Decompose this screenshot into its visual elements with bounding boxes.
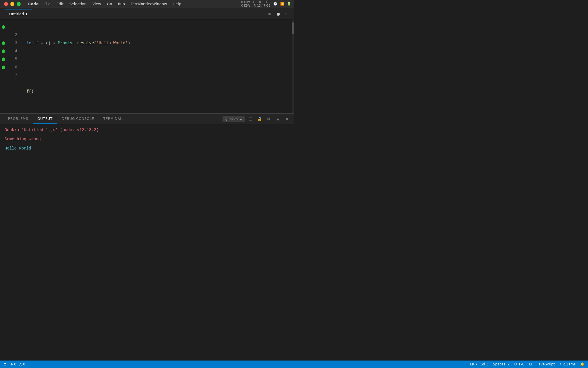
split-editor-icon[interactable]: ⊞ [267, 11, 272, 16]
menu-item-code[interactable]: Code [26, 1, 41, 7]
panel-dropdown-value: Quokka [225, 117, 238, 121]
bp-2[interactable] [0, 31, 7, 39]
bp-1[interactable] [0, 23, 7, 31]
scroll-up-icon[interactable]: ∧ [274, 116, 281, 122]
menu-item-view[interactable]: View [90, 1, 103, 7]
memory-info: U: 18.53 GB F: 13.47 GB [253, 1, 270, 7]
code-line-2 [26, 63, 294, 71]
editor-header: Untitled-1 ⊞ ● ··· [0, 8, 294, 20]
editor-scrollbar[interactable] [292, 20, 294, 113]
menu-item-help[interactable]: Help [171, 1, 184, 7]
menu-item-run[interactable]: Run [115, 1, 127, 7]
minimize-button[interactable] [10, 2, 14, 6]
editor-tab[interactable]: Untitled-1 [5, 9, 32, 18]
panel-tabs: PROBLEMS OUTPUT DEBUG CONSOLE TERMINAL Q… [0, 114, 294, 124]
close-button[interactable] [4, 2, 8, 6]
tab-output[interactable]: OUTPUT [33, 114, 57, 124]
window-title: Untitled-1 [138, 2, 156, 6]
lock-scroll-icon[interactable]: 🔒 [256, 116, 263, 122]
sys-info: 0 KB/s 0 KB/s [241, 1, 250, 7]
battery-icon: 🔋 [287, 2, 291, 6]
menu-item-go[interactable]: Go [105, 1, 114, 7]
panel: PROBLEMS OUTPUT DEBUG CONSOLE TERMINAL Q… [0, 113, 294, 177]
code-line-3: f() [26, 87, 294, 95]
line-numbers: 1 2 3 4 5 6 7 [7, 20, 24, 113]
editor-area: 1 2 3 4 5 6 7 let f = () ⇒ Promise.resol… [0, 20, 294, 113]
tab-debug-console[interactable]: DEBUG CONSOLE [57, 114, 99, 124]
code-line-4: .then(x ⇒ console.log(x)) [26, 112, 294, 113]
titlebar: Code File Edit Selection View Go Run Ter… [0, 0, 294, 8]
clear-output-icon[interactable]: ☰ [247, 116, 254, 122]
panel-content[interactable]: Quokka 'Untitled-1.js' (node: v12.18.2) … [0, 124, 294, 177]
output-line-hello: Hello World [5, 146, 289, 151]
copy-icon[interactable]: ⧉ [265, 116, 272, 122]
bp-6[interactable] [0, 63, 7, 71]
menu-item-selection[interactable]: Selection [67, 1, 89, 7]
unsaved-dot: ● [276, 11, 281, 16]
output-line-error: Something wrong [5, 137, 289, 141]
panel-tab-actions: Quokka ⌄ ☰ 🔒 ⧉ ∧ ✕ [223, 116, 291, 122]
panel-dropdown[interactable]: Quokka ⌄ [223, 116, 245, 122]
maximize-button[interactable] [17, 2, 21, 6]
tab-problems[interactable]: PROBLEMS [3, 114, 33, 124]
menu-item-edit[interactable]: Edit [54, 1, 66, 7]
chevron-down-icon: ⌄ [239, 117, 242, 121]
menu-item-file[interactable]: File [42, 1, 53, 7]
output-line-quokka: Quokka 'Untitled-1.js' (node: v12.18.2) [5, 128, 289, 132]
wifi-icon: 📶 [280, 2, 284, 6]
more-actions-icon[interactable]: ··· [284, 11, 289, 16]
code-editor[interactable]: let f = () ⇒ Promise.resolve('Hello Worl… [24, 20, 294, 113]
breakpoint-area [0, 20, 7, 113]
network-info: 0 KB/s [241, 1, 250, 4]
traffic-lights [0, 2, 21, 6]
bp-7[interactable] [0, 71, 7, 79]
titlebar-right: 0 KB/s 0 KB/s U: 18.53 GB F: 13.47 GB 🕐 … [241, 1, 291, 7]
editor-header-actions: ⊞ ● ··· [267, 11, 289, 16]
clock-icon: 🕐 [273, 2, 277, 6]
code-line-1: let f = () ⇒ Promise.resolve('Hello Worl… [26, 39, 294, 47]
bp-4[interactable] [0, 47, 7, 55]
bp-3[interactable] [0, 39, 7, 47]
bp-5[interactable] [0, 55, 7, 63]
tab-terminal[interactable]: TERMINAL [99, 114, 127, 124]
close-panel-icon[interactable]: ✕ [284, 116, 291, 122]
network-info2: 0 KB/s [241, 4, 250, 7]
